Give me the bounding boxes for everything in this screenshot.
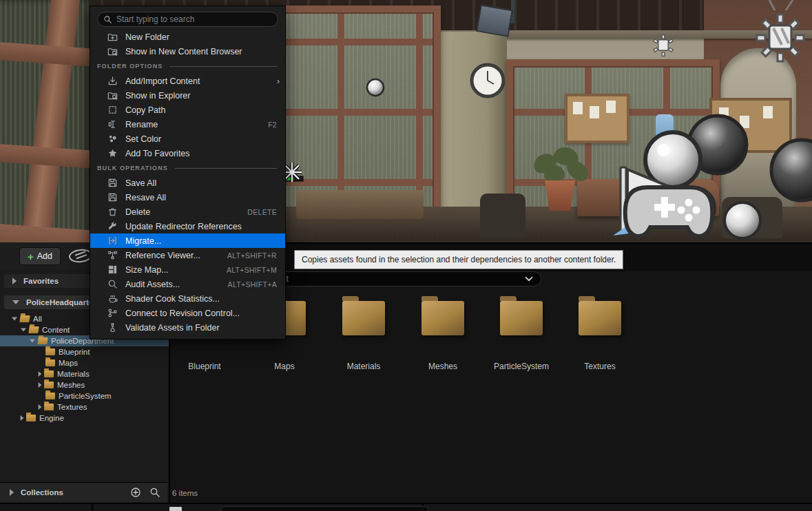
menu-item-show-in-explorer[interactable]: Show in Explorer xyxy=(90,88,285,103)
expand-arrow-icon[interactable] xyxy=(39,404,42,410)
search-icon xyxy=(103,15,112,24)
favorites-label: Favorites xyxy=(23,277,59,285)
light-sprite[interactable] xyxy=(757,0,804,61)
menu-item-add-import-content[interactable]: Add/Import Content› xyxy=(90,74,285,88)
folder-icon xyxy=(579,301,621,335)
copy-path-icon xyxy=(107,105,118,115)
menu-item-connect-to-revision-control[interactable]: Connect to Revision Control... xyxy=(90,306,285,320)
tree-item-particlesystem[interactable]: ParticleSystem xyxy=(0,390,169,402)
menu-item-resave-all[interactable]: Resave All xyxy=(90,190,285,205)
menu-item-migrate[interactable]: Migrate... xyxy=(90,233,285,248)
submenu-arrow-icon: › xyxy=(277,76,280,86)
item-count-status: 6 items xyxy=(172,489,198,497)
menu-item-audit-assets[interactable]: Audit Assets...ALT+SHIFT+A xyxy=(90,277,285,291)
shader-icon xyxy=(107,293,118,304)
tree-item-materials[interactable]: Materials xyxy=(0,368,169,379)
collections-label: Collections xyxy=(21,488,130,497)
asset-folder-particlesystem[interactable]: ParticleSystem xyxy=(487,297,556,379)
drawer-icon[interactable] xyxy=(169,507,182,511)
folder-icon xyxy=(342,301,385,335)
gamepad-sprite[interactable] xyxy=(625,187,712,236)
menu-item-validate-assets-in-folder[interactable]: Validate Assets in Folder xyxy=(90,320,285,335)
save-icon xyxy=(107,192,118,202)
folder-icon xyxy=(44,404,54,410)
validate-icon xyxy=(107,322,118,333)
expand-arrow-icon[interactable] xyxy=(39,371,42,377)
plus-icon: + xyxy=(28,251,34,262)
tree-item-meshes[interactable]: Meshes xyxy=(0,379,169,390)
folder-icon xyxy=(19,315,30,322)
save-icon xyxy=(107,178,118,188)
folder-icon xyxy=(45,359,55,366)
menu-item-shader-cook-statistics[interactable]: Shader Cook Statistics... xyxy=(90,291,285,306)
chevron-down-icon[interactable] xyxy=(524,274,534,284)
bottom-drawer-bar xyxy=(0,503,812,511)
menu-item-reference-viewer[interactable]: Reference Viewer...ALT+SHIFT+R xyxy=(90,248,285,262)
menu-item-delete[interactable]: DeleteDELETE xyxy=(90,205,285,219)
folder-icon xyxy=(45,393,55,399)
menu-item-set-color[interactable]: Set Color xyxy=(90,132,285,146)
menu-section-header: BULK OPERATIONS xyxy=(90,160,285,176)
folder-icon xyxy=(26,415,36,421)
show-browser-icon xyxy=(107,90,118,101)
light-sprite[interactable] xyxy=(654,35,673,56)
add-button-label: Add xyxy=(37,251,52,261)
audit-icon xyxy=(107,279,118,289)
wrench-icon xyxy=(107,221,118,231)
console-input[interactable] xyxy=(220,506,428,511)
tree-item-maps[interactable]: Maps xyxy=(0,357,169,368)
tree-item-engine[interactable]: Engine xyxy=(0,413,169,424)
migrate-icon xyxy=(107,236,118,246)
collapse-arrow-icon[interactable] xyxy=(12,317,17,321)
collections-section[interactable]: Collections xyxy=(0,482,167,502)
expand-arrow-icon[interactable] xyxy=(39,382,42,388)
menu-item-update-redirector-references[interactable]: Update Redirector References xyxy=(90,219,285,233)
folder-icon xyxy=(28,326,39,333)
menu-item-copy-path[interactable]: Copy Path xyxy=(90,103,285,117)
folder-icon xyxy=(421,301,464,335)
menu-item-add-to-favorites[interactable]: Add To Favorites xyxy=(90,146,285,160)
set-color-icon xyxy=(107,134,118,144)
asset-folder-materials[interactable]: Materials xyxy=(329,297,398,379)
unreal-editor-window: + Add Search PoliceDepartment Favorites … xyxy=(0,0,812,511)
menu-item-save-all[interactable]: Save All xyxy=(90,176,285,190)
reflection-sphere-sprite[interactable] xyxy=(725,202,760,238)
menu-item-rename[interactable]: RenameF2 xyxy=(90,117,285,132)
new-folder-icon xyxy=(107,32,118,42)
scene-wall-clock xyxy=(472,65,503,96)
menu-item-size-map[interactable]: Size Map...ALT+SHIFT+M xyxy=(90,262,285,277)
folder-icon xyxy=(500,301,543,335)
reflection-sphere-sprite[interactable] xyxy=(367,79,384,96)
add-button[interactable]: + Add xyxy=(19,247,61,265)
folder-icon xyxy=(37,337,48,344)
expand-arrow-icon[interactable] xyxy=(21,415,24,421)
import-icon xyxy=(107,76,118,86)
favorite-icon xyxy=(107,148,118,158)
collapse-arrow-icon[interactable] xyxy=(30,340,35,343)
collapse-arrow-icon[interactable] xyxy=(21,328,26,332)
reference-icon xyxy=(107,250,118,260)
revision-icon xyxy=(107,308,118,318)
show-browser-icon xyxy=(107,46,118,56)
menu-item-show-in-new-content-browser[interactable]: Show in New Content Browser xyxy=(90,44,285,59)
reflection-sphere-sprite[interactable] xyxy=(771,140,812,200)
expand-arrow-icon[interactable] xyxy=(10,489,14,496)
rename-icon xyxy=(107,119,118,129)
size-map-icon xyxy=(107,264,118,275)
menu-section-header: FOLDER OPTIONS xyxy=(90,59,285,74)
folder-icon xyxy=(44,371,54,377)
folder-icon xyxy=(45,348,55,355)
asset-folder-textures[interactable]: Textures xyxy=(565,297,634,379)
expand-arrow-icon[interactable] xyxy=(12,278,17,284)
collapse-arrow-icon[interactable] xyxy=(12,300,19,304)
tree-item-textures[interactable]: Textures xyxy=(0,402,169,413)
asset-folder-meshes[interactable]: Meshes xyxy=(408,297,477,379)
folder-icon xyxy=(44,382,54,388)
menu-item-new-folder[interactable]: New Folder xyxy=(90,30,285,44)
search-collections-icon[interactable] xyxy=(149,487,160,498)
menu-search-placeholder: Start typing to search xyxy=(116,14,194,24)
tree-item-blueprint[interactable]: Blueprint xyxy=(0,346,169,357)
menu-search-input[interactable]: Start typing to search xyxy=(97,12,278,27)
add-collection-icon[interactable] xyxy=(130,487,141,498)
folder-context-menu: Start typing to search New FolderShow in… xyxy=(90,6,286,340)
